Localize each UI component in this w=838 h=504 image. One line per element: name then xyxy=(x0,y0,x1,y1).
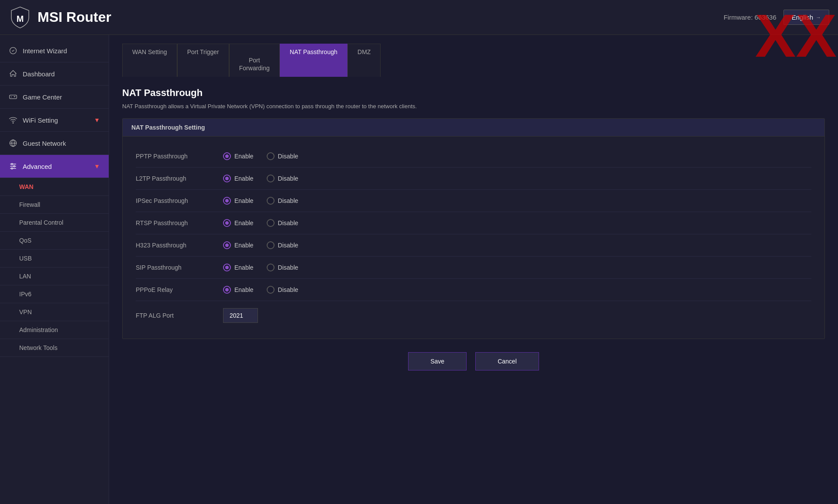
page-title: NAT Passthrough xyxy=(122,87,825,99)
sip-radio-group: Enable Disable xyxy=(223,264,298,271)
ipsec-label: IPSec Passthrough xyxy=(136,197,223,204)
l2tp-enable-radio[interactable] xyxy=(223,175,231,182)
sidebar-item-dashboard[interactable]: Dashboard xyxy=(0,62,109,86)
setting-row-h323: H323 Passthrough Enable Disable xyxy=(136,234,811,257)
sip-disable-option[interactable]: Disable xyxy=(267,264,299,271)
wifi-icon xyxy=(9,116,17,124)
chevron-down-icon: ▼ xyxy=(94,117,100,123)
sidebar-item-advanced[interactable]: Advanced ▼ xyxy=(0,155,109,178)
h323-radio-group: Enable Disable xyxy=(223,241,298,249)
rtsp-disable-radio[interactable] xyxy=(267,219,275,227)
ipsec-enable-option[interactable]: Enable xyxy=(223,197,254,205)
sidebar-item-internet-wizard[interactable]: Internet Wizard xyxy=(0,39,109,62)
h323-enable-option[interactable]: Enable xyxy=(223,241,254,249)
sidebar-subitem-network-tools[interactable]: Network Tools xyxy=(0,339,109,357)
pppoe-disable-radio[interactable] xyxy=(267,286,275,294)
ipsec-disable-option[interactable]: Disable xyxy=(267,197,299,205)
l2tp-disable-radio[interactable] xyxy=(267,175,275,182)
rtsp-enable-option[interactable]: Enable xyxy=(223,219,254,227)
h323-label: H323 Passthrough xyxy=(136,242,223,249)
svg-point-11 xyxy=(11,168,13,169)
sip-enable-option[interactable]: Enable xyxy=(223,264,254,271)
language-selector[interactable]: English → xyxy=(783,10,829,25)
sidebar-subitem-usb[interactable]: USB xyxy=(0,250,109,267)
ipsec-radio-group: Enable Disable xyxy=(223,197,298,205)
sliders-icon xyxy=(9,162,17,171)
pppoe-enable-radio[interactable] xyxy=(223,286,231,294)
setting-row-l2tp: L2TP Passthrough Enable Disable xyxy=(136,168,811,190)
sip-enable-radio[interactable] xyxy=(223,264,231,271)
cancel-button[interactable]: Cancel xyxy=(475,352,539,370)
rtsp-disable-option[interactable]: Disable xyxy=(267,219,299,227)
chevron-right-icon: → xyxy=(816,14,821,21)
setting-row-sip: SIP Passthrough Enable Disable xyxy=(136,257,811,279)
setting-row-rtsp: RTSP Passthrough Enable Disable xyxy=(136,212,811,234)
action-buttons: Save Cancel xyxy=(122,352,825,370)
logo-area: M MSI Router xyxy=(9,6,111,29)
setting-row-pppoe: PPPoE Relay Enable Disable xyxy=(136,279,811,301)
pppoe-disable-option[interactable]: Disable xyxy=(267,286,299,294)
sidebar-item-game-center[interactable]: Game Center xyxy=(0,86,109,109)
l2tp-enable-option[interactable]: Enable xyxy=(223,175,254,182)
ipsec-disable-radio[interactable] xyxy=(267,197,275,205)
pptp-disable-radio[interactable] xyxy=(267,152,275,160)
pptp-enable-option[interactable]: Enable xyxy=(223,152,254,160)
gamepad-icon xyxy=(9,93,17,101)
card-body: PPTP Passthrough Enable Disable xyxy=(123,137,824,339)
tab-bar: WAN Setting Port Trigger Port Forwarding… xyxy=(122,44,825,77)
sip-disable-radio[interactable] xyxy=(267,264,275,271)
setting-row-pptp: PPTP Passthrough Enable Disable xyxy=(136,145,811,168)
tab-nat-passthrough[interactable]: NAT Passthrough xyxy=(280,44,347,77)
sip-label: SIP Passthrough xyxy=(136,264,223,271)
svg-point-9 xyxy=(11,163,13,165)
svg-point-10 xyxy=(14,165,15,167)
ipsec-enable-radio[interactable] xyxy=(223,197,231,205)
svg-text:M: M xyxy=(17,14,24,24)
dropdown-arrow-icon: ▼ xyxy=(94,163,100,170)
setting-row-ftp-alg: FTP ALG Port xyxy=(136,301,811,330)
pptp-disable-option[interactable]: Disable xyxy=(267,152,299,160)
sidebar-subitem-vpn[interactable]: VPN xyxy=(0,303,109,321)
nat-passthrough-card: NAT Passthrough Setting PPTP Passthrough… xyxy=(122,118,825,339)
tab-dmz[interactable]: DMZ xyxy=(347,44,381,77)
firmware-info: Firmware: 663636 xyxy=(724,14,776,21)
rtsp-radio-group: Enable Disable xyxy=(223,219,298,227)
sidebar-subitem-parental-control[interactable]: Parental Control xyxy=(0,214,109,232)
tab-port-forwarding[interactable]: Port Forwarding xyxy=(229,44,280,77)
svg-rect-3 xyxy=(10,95,17,99)
pptp-radio-group: Enable Disable xyxy=(223,152,298,160)
sidebar-subitem-ipv6[interactable]: IPv6 xyxy=(0,285,109,303)
msi-shield-icon: M xyxy=(9,6,31,29)
tab-port-trigger[interactable]: Port Trigger xyxy=(177,44,229,77)
home-icon xyxy=(9,69,17,78)
page-description: NAT Passthrough allows a Virtual Private… xyxy=(122,103,825,110)
header-right: Firmware: 663636 English → xyxy=(724,10,829,25)
sidebar-item-guest-network[interactable]: Guest Network xyxy=(0,132,109,155)
sidebar-item-wifi-setting[interactable]: WiFi Setting ▼ xyxy=(0,109,109,132)
sidebar-subitem-lan[interactable]: LAN xyxy=(0,267,109,285)
ftp-alg-port-input[interactable] xyxy=(223,308,258,323)
svg-point-4 xyxy=(13,123,14,123)
app-title: MSI Router xyxy=(38,9,111,25)
sidebar-subitem-wan[interactable]: WAN xyxy=(0,178,109,196)
save-button[interactable]: Save xyxy=(408,352,467,370)
rtsp-label: RTSP Passthrough xyxy=(136,219,223,226)
sidebar-subitem-firewall[interactable]: Firewall xyxy=(0,196,109,214)
pppoe-radio-group: Enable Disable xyxy=(223,286,298,294)
h323-disable-option[interactable]: Disable xyxy=(267,241,299,249)
globe-icon xyxy=(9,139,17,147)
l2tp-disable-option[interactable]: Disable xyxy=(267,175,299,182)
tab-wan-setting[interactable]: WAN Setting xyxy=(122,44,177,77)
main-layout: Internet Wizard Dashboard Game Center xyxy=(0,35,838,504)
pppoe-enable-option[interactable]: Enable xyxy=(223,286,254,294)
pppoe-label: PPPoE Relay xyxy=(136,286,223,293)
sidebar-subitem-qos[interactable]: QoS xyxy=(0,232,109,250)
pptp-enable-radio[interactable] xyxy=(223,152,231,160)
content-area: WAN Setting Port Trigger Port Forwarding… xyxy=(109,35,838,504)
sidebar-subitem-administration[interactable]: Administration xyxy=(0,321,109,339)
setting-row-ipsec: IPSec Passthrough Enable Disable xyxy=(136,190,811,212)
rtsp-enable-radio[interactable] xyxy=(223,219,231,227)
h323-enable-radio[interactable] xyxy=(223,241,231,249)
h323-disable-radio[interactable] xyxy=(267,241,275,249)
l2tp-label: L2TP Passthrough xyxy=(136,175,223,182)
